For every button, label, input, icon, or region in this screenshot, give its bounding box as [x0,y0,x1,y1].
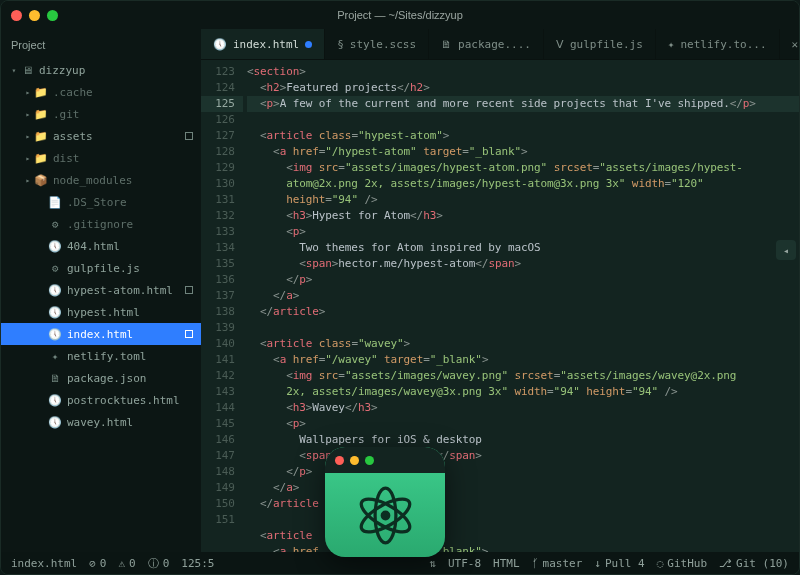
titlebar: Project — ~/Sites/dizzyup [1,1,799,29]
code-editor[interactable]: 1231241251261271281291301311321331341351… [201,60,799,552]
window-title: Project — ~/Sites/dizzyup [1,9,799,21]
file-icon: 🗎 [47,372,63,385]
modified-icon [185,286,193,294]
status-cursor[interactable]: 125:5 [181,557,214,570]
file-icon: 📁 [33,108,49,121]
fold-panel-icon[interactable]: ◂ [776,240,796,260]
file-icon: 📁 [33,152,49,165]
tree-item[interactable]: ▸📁assets [1,125,201,147]
status-encoding[interactable]: UTF-8 [448,557,481,570]
file-icon: 🕔 [47,416,63,429]
tree-item[interactable]: ⚙.gitignore [1,213,201,235]
tree-item[interactable]: 🕔index.html [1,323,201,345]
editor-area: 🕔index.html§style.scss🗎package....ᐯgulpf… [201,29,799,552]
status-warnings[interactable]: ⚠ 0 [118,557,135,570]
modified-icon [185,330,193,338]
tree-item[interactable]: ▸📦node_modules [1,169,201,191]
sidebar: Project ▾🖥dizzyup▸📁.cache▸📁.git▸📁assets▸… [1,29,201,552]
tab[interactable]: ✦netlify.to... [656,29,780,59]
file-icon: 🕔 [47,306,63,319]
file-icon: 🕔 [47,328,63,341]
file-tree[interactable]: ▾🖥dizzyup▸📁.cache▸📁.git▸📁assets▸📁dist▸📦n… [1,59,201,552]
tab[interactable]: 🗎package.... [429,29,544,59]
status-git[interactable]: ⎇ Git (10) [719,557,789,570]
tab-icon: 🕔 [213,38,227,51]
status-signal-icon[interactable]: ⇅ [429,557,436,570]
file-icon: 🕔 [47,284,63,297]
tree-item[interactable]: 🕔404.html [1,235,201,257]
tree-item[interactable]: ▾🖥dizzyup [1,59,201,81]
file-icon: 🖥 [19,64,35,77]
sidebar-heading: Project [1,35,201,59]
svg-point-3 [382,512,389,519]
tree-item[interactable]: ✦netlify.toml [1,345,201,367]
tree-item[interactable]: 📄.DS_Store [1,191,201,213]
file-icon: ✦ [47,350,63,363]
line-gutter: 1231241251261271281291301311321331341351… [201,60,243,552]
status-branch[interactable]: ᚶ master [532,557,583,570]
status-github[interactable]: ◌ GitHub [657,557,707,570]
tree-item[interactable]: 🕔postrocktues.html [1,389,201,411]
tree-item[interactable]: 🕔wavey.html [1,411,201,433]
app-logo-overlay [325,447,445,557]
file-icon: 🕔 [47,240,63,253]
file-icon: ⚙ [47,218,63,231]
tree-item[interactable]: ▸📁.cache [1,81,201,103]
tab-icon: § [337,38,344,51]
tab[interactable]: ✕Settings [780,29,800,59]
tab-icon: ✦ [668,38,675,51]
file-icon: 🕔 [47,394,63,407]
tree-item[interactable]: ▸📁.git [1,103,201,125]
close-icon [335,456,344,465]
atom-logo-icon [325,473,445,557]
status-file[interactable]: index.html [11,557,77,570]
tree-item[interactable]: 🕔hypest-atom.html [1,279,201,301]
status-lang[interactable]: HTML [493,557,520,570]
status-info[interactable]: ⓘ 0 [148,556,170,571]
status-errors[interactable]: ⊘ 0 [89,557,106,570]
file-icon: 📦 [33,174,49,187]
tree-item[interactable]: 🕔hypest.html [1,301,201,323]
file-icon: ⚙ [47,262,63,275]
tree-item[interactable]: ▸📁dist [1,147,201,169]
tree-item[interactable]: ⚙gulpfile.js [1,257,201,279]
modified-icon [185,132,193,140]
tab-icon: 🗎 [441,38,452,51]
file-icon: 📄 [47,196,63,209]
tab[interactable]: 🕔index.html [201,29,325,59]
tab-bar[interactable]: 🕔index.html§style.scss🗎package....ᐯgulpf… [201,29,799,60]
tree-item[interactable]: 🗎package.json [1,367,201,389]
tab-icon: ✕ [792,38,799,51]
modified-dot-icon [305,41,312,48]
tab[interactable]: §style.scss [325,29,429,59]
zoom-icon [365,456,374,465]
tab[interactable]: ᐯgulpfile.js [544,29,656,59]
file-icon: 📁 [33,130,49,143]
file-icon: 📁 [33,86,49,99]
tab-icon: ᐯ [556,38,564,51]
minimize-icon [350,456,359,465]
status-pull[interactable]: ↓ Pull 4 [594,557,644,570]
